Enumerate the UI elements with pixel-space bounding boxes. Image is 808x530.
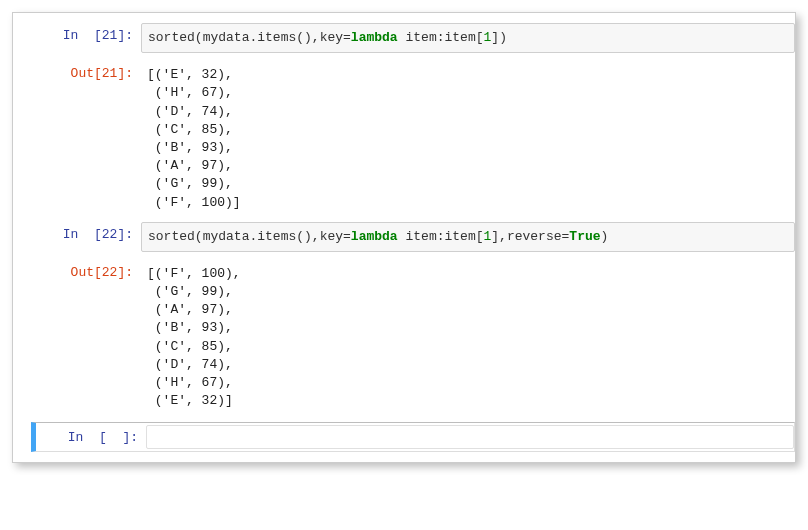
input-cell-empty: In [ ]: <box>36 423 794 451</box>
output-text: [('E', 32), ('H', 67), ('D', 74), ('C', … <box>141 61 795 214</box>
lambda-keyword: lambda <box>351 229 398 244</box>
code-token: item:item[ <box>398 229 484 244</box>
input-cell: In [22]: sorted(mydata.items(),key=lambd… <box>13 220 795 258</box>
code-input-area[interactable]: sorted(mydata.items(),key=lambda item:it… <box>141 222 795 252</box>
code-input-area-empty[interactable] <box>146 425 794 449</box>
code-token: ] <box>491 30 499 45</box>
code-token: item:item[ <box>398 30 484 45</box>
active-cell-border: In [ ]: <box>31 422 795 452</box>
code-token: ( <box>195 30 203 45</box>
code-token: sorted <box>148 30 195 45</box>
code-token: ( <box>195 229 203 244</box>
code-token: mydata.items(),key= <box>203 229 351 244</box>
input-cell: In [21]: sorted(mydata.items(),key=lambd… <box>13 21 795 59</box>
output-text: [('F', 100), ('G', 99), ('A', 97), ('B',… <box>141 260 795 413</box>
input-prompt: In [21]: <box>13 23 141 43</box>
input-prompt: In [22]: <box>13 222 141 242</box>
code-token: sorted <box>148 229 195 244</box>
code-input-area[interactable]: sorted(mydata.items(),key=lambda item:it… <box>141 23 795 53</box>
code-token: mydata.items(),key= <box>203 30 351 45</box>
notebook-container: In [21]: sorted(mydata.items(),key=lambd… <box>12 12 796 463</box>
code-token: ) <box>601 229 609 244</box>
output-cell: Out[21]: [('E', 32), ('H', 67), ('D', 74… <box>13 59 795 220</box>
output-cell: Out[22]: [('F', 100), ('G', 99), ('A', 9… <box>13 258 795 419</box>
lambda-keyword: lambda <box>351 30 398 45</box>
code-token: ],reverse= <box>491 229 569 244</box>
input-prompt: In [ ]: <box>36 425 146 445</box>
output-prompt: Out[21]: <box>13 61 141 81</box>
true-keyword: True <box>569 229 600 244</box>
output-prompt: Out[22]: <box>13 260 141 280</box>
code-token: ) <box>499 30 507 45</box>
